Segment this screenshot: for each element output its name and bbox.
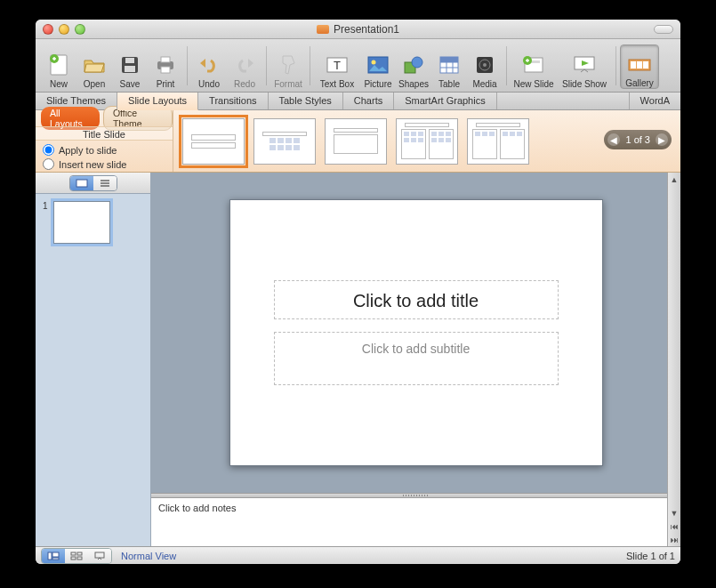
gallery-icon [627, 52, 652, 77]
close-icon[interactable] [43, 24, 53, 35]
undo-icon [197, 52, 221, 77]
slide-counter-label: Slide 1 of 1 [626, 551, 675, 561]
tab-table-styles[interactable]: Table Styles [269, 93, 343, 109]
svg-rect-28 [48, 552, 52, 560]
shapes-icon [401, 52, 426, 77]
notes-pane[interactable]: Click to add notes [151, 498, 680, 546]
svg-rect-24 [631, 61, 636, 68]
sidebar-outline-view-button[interactable] [93, 176, 117, 190]
slide-list[interactable]: 1 [36, 194, 150, 546]
svg-rect-25 [637, 61, 642, 68]
layout-thumb-1[interactable] [182, 118, 245, 165]
layout-thumb-2[interactable] [253, 118, 316, 165]
textbox-icon: T [325, 52, 350, 77]
svg-rect-34 [77, 557, 82, 560]
picture-icon [366, 52, 390, 77]
undo-button[interactable]: Undo [191, 43, 227, 89]
vertical-scrollbar[interactable]: ▲ ▼ ⏮ ⏭ [667, 173, 680, 546]
layout-thumb-3[interactable] [325, 118, 387, 165]
tab-slide-layouts[interactable]: Slide Layouts [117, 93, 198, 110]
slideshow-view-button[interactable] [88, 549, 111, 563]
format-icon [276, 52, 301, 77]
new-slide-button[interactable]: New Slide [511, 43, 557, 89]
print-icon [153, 52, 178, 77]
table-button[interactable]: Table [431, 43, 467, 89]
tab-charts[interactable]: Charts [343, 93, 394, 109]
scroll-down-icon[interactable]: ▼ [668, 506, 680, 520]
new-button[interactable]: New [41, 43, 76, 89]
svg-rect-7 [161, 67, 170, 73]
svg-rect-26 [643, 61, 648, 68]
shapes-button[interactable]: Shapes [396, 43, 431, 89]
slide-list-item[interactable]: 1 [43, 201, 143, 244]
save-icon [117, 52, 142, 77]
table-icon [437, 52, 462, 77]
ribbon-tabs: Slide Themes Slide Layouts Transitions T… [36, 93, 680, 110]
window-title: Presentation1 [36, 23, 680, 36]
layouts-pager: ◀ 1 of 3 ▶ [604, 130, 672, 149]
insert-new-slide-radio[interactable]: Insert new slide [43, 158, 165, 170]
canvas-area: Click to add title Click to add subtitle… [151, 173, 680, 546]
sidebar-view-tabs [36, 173, 150, 194]
pager-next-icon[interactable]: ▶ [656, 133, 668, 146]
print-button[interactable]: Print [148, 43, 183, 89]
svg-rect-6 [161, 57, 170, 62]
app-window: Presentation1 New Open Save Print [36, 20, 680, 564]
open-icon [82, 52, 107, 77]
workspace: 1 Click to add title Click to add subtit… [36, 173, 680, 546]
picture-button[interactable]: Picture [360, 43, 396, 89]
svg-rect-30 [52, 558, 59, 560]
title-placeholder[interactable]: Click to add title [274, 280, 559, 319]
save-button[interactable]: Save [112, 43, 148, 89]
gallery-button[interactable]: Gallery [620, 44, 659, 89]
apply-to-slide-radio[interactable]: Apply to slide [43, 144, 165, 156]
open-button[interactable]: Open [76, 43, 112, 89]
tab-smartart[interactable]: SmartArt Graphics [394, 93, 496, 109]
svg-rect-35 [95, 552, 104, 558]
svg-rect-27 [76, 180, 87, 187]
layout-thumb-4[interactable] [396, 118, 458, 165]
layouts-panel: All Layouts Office Theme Title Slide App… [36, 110, 680, 173]
window-controls [43, 24, 85, 35]
slide-editor[interactable]: Click to add title Click to add subtitle [151, 173, 680, 493]
document-icon [317, 25, 329, 34]
tab-slide-themes[interactable]: Slide Themes [36, 93, 117, 109]
svg-rect-29 [52, 552, 59, 557]
textbox-button[interactable]: T Text Box [314, 43, 360, 89]
layout-thumb-5[interactable] [467, 118, 529, 165]
tab-wordart[interactable]: WordA [630, 93, 680, 109]
slide: Click to add title Click to add subtitle [229, 199, 603, 466]
format-button[interactable]: Format [270, 43, 306, 89]
pager-prev-icon[interactable]: ◀ [607, 133, 620, 146]
view-name-label: Normal View [121, 551, 176, 561]
svg-rect-3 [125, 58, 134, 63]
scroll-up-icon[interactable]: ▲ [668, 173, 680, 186]
svg-rect-4 [125, 66, 135, 72]
normal-view-button[interactable] [42, 549, 65, 563]
prev-slide-icon[interactable]: ⏮ [668, 520, 680, 533]
sidebar-slides-view-button[interactable] [70, 176, 93, 190]
svg-point-13 [412, 57, 422, 68]
slideshow-icon [572, 52, 597, 77]
minimize-icon[interactable] [59, 24, 69, 35]
tab-transitions[interactable]: Transitions [198, 93, 268, 109]
main-toolbar: New Open Save Print Undo Redo [36, 39, 680, 93]
svg-point-18 [483, 63, 487, 67]
new-icon [46, 52, 71, 77]
toolbar-pill-button[interactable] [654, 25, 673, 34]
window-title-text: Presentation1 [334, 23, 399, 36]
new-slide-icon [521, 52, 546, 77]
titlebar: Presentation1 [36, 20, 680, 39]
slideshow-button[interactable]: Slide Show [557, 43, 612, 89]
redo-button[interactable]: Redo [227, 43, 262, 89]
media-button[interactable]: Media [467, 43, 503, 89]
sorter-view-button[interactable] [65, 549, 88, 563]
next-slide-icon[interactable]: ⏭ [668, 533, 680, 546]
svg-text:T: T [334, 59, 341, 72]
pager-label: 1 of 3 [625, 134, 650, 145]
subtitle-placeholder[interactable]: Click to add subtitle [274, 332, 559, 385]
redo-icon [232, 52, 257, 77]
slide-number: 1 [43, 201, 50, 244]
zoom-icon[interactable] [75, 24, 85, 35]
slide-thumbnail[interactable] [53, 201, 110, 244]
